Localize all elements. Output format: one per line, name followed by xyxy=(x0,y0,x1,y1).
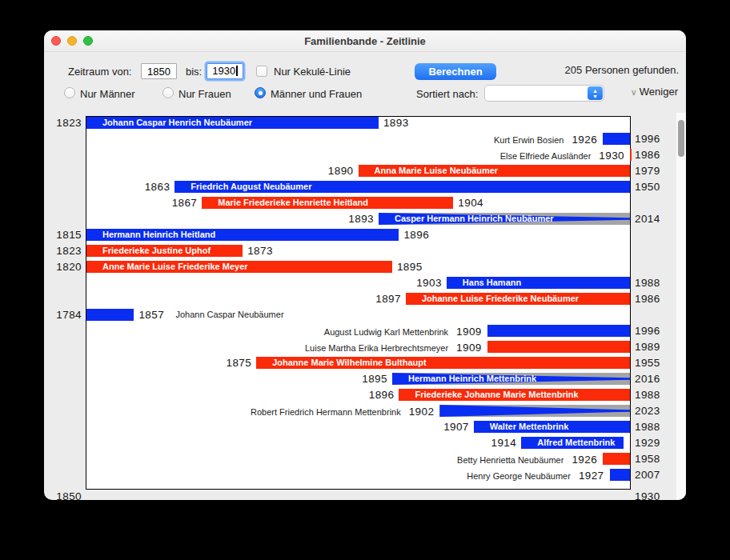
death-year-label: 1896 xyxy=(403,229,429,241)
birth-year-gutter-label: 1815 xyxy=(44,229,82,241)
timeline-bar[interactable]: Friederieke Justine Uphof xyxy=(86,245,243,257)
person-name: August Ludwig Karl Mettenbrink xyxy=(324,327,448,337)
bis-input[interactable]: 1930 xyxy=(207,63,243,79)
weniger-disclosure[interactable]: ∨Weniger xyxy=(631,86,678,98)
person-name: Hermann Heinrich Heitland xyxy=(86,229,399,241)
timeline-bar[interactable]: Hermann Heinrich Mettenbrink xyxy=(392,373,630,385)
birth-year-label: 1902 xyxy=(409,406,435,418)
death-year-gutter-label: 2016 xyxy=(635,373,660,385)
dropdown-stepper-icon: ▲▼ xyxy=(588,86,603,100)
timeline-bar[interactable] xyxy=(439,405,630,417)
person-name: Friedrich August Neubäumer xyxy=(174,181,630,193)
birth-year-label: 1890 xyxy=(328,165,354,177)
sort-label: Sortiert nach: xyxy=(416,88,478,100)
person-name-with-birth: Robert Friedrich Hermann Mettenbrink1902 xyxy=(251,406,434,418)
timeline-bar[interactable]: Johann Caspar Henrich Neubäumer xyxy=(86,117,379,129)
person-name: Friederieke Justine Uphof xyxy=(86,245,243,257)
person-name: Anna Marie Luise Neubäumer xyxy=(359,165,631,177)
person-name: Marie Friederieke Henriette Heitland xyxy=(202,197,453,209)
timeline-bar[interactable] xyxy=(603,453,630,465)
scrollbar-thumb[interactable] xyxy=(678,120,684,157)
person-name: Walter Mettenbrink xyxy=(474,421,630,433)
timeline-bar[interactable] xyxy=(603,133,630,145)
radio-3[interactable] xyxy=(255,87,266,98)
death-year-gutter-label: 1988 xyxy=(635,389,660,401)
timeline-bar[interactable] xyxy=(487,341,630,353)
timeline-bar[interactable]: Hermann Heinrich Heitland xyxy=(86,229,399,241)
text-cursor xyxy=(236,66,238,76)
death-year-gutter-label: 1958 xyxy=(635,453,660,465)
person-name: Robert Friedrich Hermann Mettenbrink xyxy=(251,407,401,417)
person-name: Henry George Neubäumer xyxy=(467,471,571,481)
bis-label: bis: xyxy=(186,66,202,78)
radio-label-2: Nur Frauen xyxy=(178,88,231,100)
birth-year-label: 1914 xyxy=(491,437,517,449)
person-name-with-birth: Luise Martha Erika Herbrechtsmeyer1909 xyxy=(305,342,482,354)
timeline-bar[interactable]: Hans Hamann xyxy=(447,277,630,289)
death-year-label: 1895 xyxy=(397,261,423,273)
person-name: Johanne Luise Friederike Neubäumer xyxy=(406,293,630,305)
person-name: Friederieke Johanne Marie Mettenbrink xyxy=(399,389,630,401)
timeline-bar[interactable]: Alfred Mettenbrink xyxy=(521,437,623,449)
death-year-gutter-label: 1989 xyxy=(635,341,660,353)
title-bar[interactable]: Familienbande - Zeitlinie xyxy=(44,30,686,52)
timeline-bar[interactable] xyxy=(86,309,134,321)
birth-year-label: 1893 xyxy=(348,213,374,225)
birth-year-label: 1867 xyxy=(172,197,198,209)
radio-1[interactable] xyxy=(64,87,75,98)
person-name: Kurt Erwin Bosien xyxy=(494,135,564,145)
axis-right-label: 1930 xyxy=(635,490,660,500)
birth-year-label: 1909 xyxy=(456,326,482,338)
vertical-scrollbar[interactable] xyxy=(676,113,686,500)
bis-value: 1930 xyxy=(212,65,235,77)
death-year-gutter-label: 1988 xyxy=(635,421,660,433)
radio-2[interactable] xyxy=(162,87,174,98)
death-year-gutter-label: 1996 xyxy=(635,325,660,337)
timeline-bar[interactable]: Anna Marie Luise Neubäumer xyxy=(359,165,631,177)
person-name-after-bar: Johann Caspar Neubäumer xyxy=(175,310,283,319)
timeline-bar[interactable]: Anne Marie Luise Friederike Meyer xyxy=(86,261,392,273)
kekule-checkbox[interactable] xyxy=(256,66,267,77)
person-name: Betty Henrietta Neubäumer xyxy=(457,455,564,465)
timeline-bar[interactable] xyxy=(630,149,632,161)
death-year-gutter-label: 1929 xyxy=(635,437,660,449)
person-name: Hermann Heinrich Mettenbrink xyxy=(392,373,630,385)
chevron-down-icon: ∨ xyxy=(631,87,637,97)
person-name: Johanne Marie Wilhelmine Bulthaupt xyxy=(256,357,630,369)
death-year-gutter-label: 2023 xyxy=(635,405,660,417)
minimize-button[interactable] xyxy=(67,36,77,46)
birth-year-gutter-label: 1784 xyxy=(44,309,82,321)
zoom-button[interactable] xyxy=(83,36,93,46)
death-year-gutter-label: 1996 xyxy=(635,133,660,145)
birth-year-label: 1896 xyxy=(369,389,395,401)
birth-year-label: 1926 xyxy=(572,134,597,146)
person-name: Alfred Mettenbrink xyxy=(521,437,623,449)
birth-year-label: 1895 xyxy=(362,373,387,385)
timeline-bar[interactable] xyxy=(487,325,630,337)
person-name-with-birth: Else Elfriede Ausländer1930 xyxy=(500,150,624,162)
timeline-bar[interactable]: Marie Friederieke Henriette Heitland xyxy=(202,197,453,209)
radio-label-1: Nur Männer xyxy=(80,88,135,100)
berechnen-button[interactable]: Berechnen xyxy=(415,63,496,80)
timeline-bar[interactable]: Johanne Marie Wilhelmine Bulthaupt xyxy=(256,357,630,369)
person-name: Johann Caspar Neubäumer xyxy=(175,310,283,319)
timeline-bar[interactable]: Friedrich August Neubäumer xyxy=(174,181,630,193)
death-year-gutter-label: 1988 xyxy=(635,277,660,289)
timeline-bar[interactable]: Casper Hermann Heinrich Neubäumer xyxy=(379,213,630,225)
close-button[interactable] xyxy=(51,36,61,46)
weniger-label: Weniger xyxy=(640,86,678,98)
death-year-label: 1857 xyxy=(138,309,164,321)
person-name-with-birth: Henry George Neubäumer1927 xyxy=(467,470,604,482)
death-year-label: 1873 xyxy=(247,245,273,257)
death-year-gutter-label: 2007 xyxy=(635,469,660,481)
timeline-bar[interactable]: Johanne Luise Friederike Neubäumer xyxy=(406,293,630,305)
timeline-bar[interactable] xyxy=(610,469,630,481)
person-name: Casper Hermann Heinrich Neubäumer xyxy=(379,213,630,225)
sort-dropdown[interactable]: ▲▼ xyxy=(484,85,604,102)
traffic-lights xyxy=(51,36,93,46)
von-input[interactable] xyxy=(141,63,177,79)
death-year-gutter-label: 1950 xyxy=(635,181,660,193)
timeline-bar[interactable]: Friederieke Johanne Marie Mettenbrink xyxy=(399,389,630,401)
timeline-bar[interactable]: Walter Mettenbrink xyxy=(474,421,630,433)
death-year-label: 1893 xyxy=(383,117,409,129)
